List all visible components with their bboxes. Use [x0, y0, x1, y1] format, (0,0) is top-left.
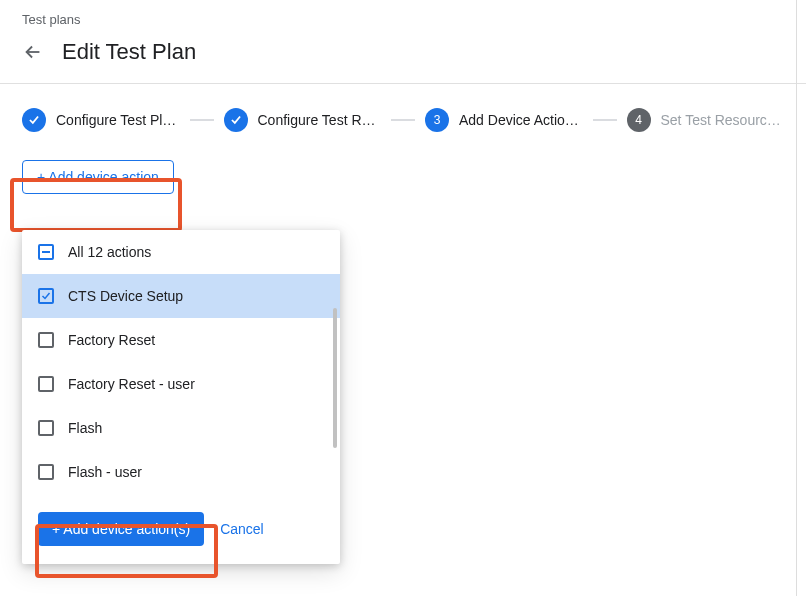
- title-row: Edit Test Plan: [0, 27, 806, 83]
- popup-item-flash-user[interactable]: Flash - user: [22, 450, 340, 494]
- popup-item-label: Factory Reset: [68, 332, 155, 348]
- breadcrumb[interactable]: Test plans: [0, 0, 806, 27]
- step-number-icon: 3: [425, 108, 449, 132]
- popup-header-all[interactable]: All 12 actions: [22, 230, 340, 274]
- page-title: Edit Test Plan: [62, 39, 196, 65]
- step-2[interactable]: Configure Test Ru…: [224, 108, 382, 132]
- step-connector: [190, 119, 214, 121]
- step-label: Add Device Actio…: [459, 112, 579, 128]
- popup-item-label: CTS Device Setup: [68, 288, 183, 304]
- popup-footer: + Add device action(s) Cancel: [22, 494, 340, 564]
- back-arrow-icon[interactable]: [22, 41, 44, 63]
- checkbox-indeterminate-icon[interactable]: [38, 244, 54, 260]
- stepper: Configure Test Pl… Configure Test Ru… 3 …: [0, 84, 806, 160]
- popup-header-label: All 12 actions: [68, 244, 151, 260]
- step-label: Configure Test Pl…: [56, 112, 176, 128]
- popup-item-label: Flash: [68, 420, 102, 436]
- step-connector: [391, 119, 415, 121]
- popup-item-cts[interactable]: CTS Device Setup: [22, 274, 340, 318]
- scrollbar[interactable]: [333, 308, 337, 448]
- checkbox-checked-icon[interactable]: [38, 288, 54, 304]
- checkbox-unchecked-icon[interactable]: [38, 332, 54, 348]
- step-label: Configure Test Ru…: [258, 112, 382, 128]
- popup-item-label: Flash - user: [68, 464, 142, 480]
- check-icon: [22, 108, 46, 132]
- step-3[interactable]: 3 Add Device Actio…: [425, 108, 583, 132]
- popup-item-factory-reset-user[interactable]: Factory Reset - user: [22, 362, 340, 406]
- step-4[interactable]: 4 Set Test Resourc…: [627, 108, 785, 132]
- cancel-button[interactable]: Cancel: [220, 521, 264, 537]
- popup-item-label: Factory Reset - user: [68, 376, 195, 392]
- page-right-divider: [796, 0, 797, 596]
- step-1[interactable]: Configure Test Pl…: [22, 108, 180, 132]
- popup-list: All 12 actions CTS Device Setup Factory …: [22, 230, 340, 494]
- confirm-add-actions-button[interactable]: + Add device action(s): [38, 512, 204, 546]
- add-device-action-button[interactable]: + Add device action: [22, 160, 174, 194]
- popup-item-flash[interactable]: Flash: [22, 406, 340, 450]
- step-label: Set Test Resourc…: [661, 112, 781, 128]
- step-connector: [593, 119, 617, 121]
- checkbox-unchecked-icon[interactable]: [38, 420, 54, 436]
- check-icon: [224, 108, 248, 132]
- checkbox-unchecked-icon[interactable]: [38, 376, 54, 392]
- checkbox-unchecked-icon[interactable]: [38, 464, 54, 480]
- popup-item-factory-reset[interactable]: Factory Reset: [22, 318, 340, 362]
- device-action-popup: All 12 actions CTS Device Setup Factory …: [22, 230, 340, 564]
- step-number-icon: 4: [627, 108, 651, 132]
